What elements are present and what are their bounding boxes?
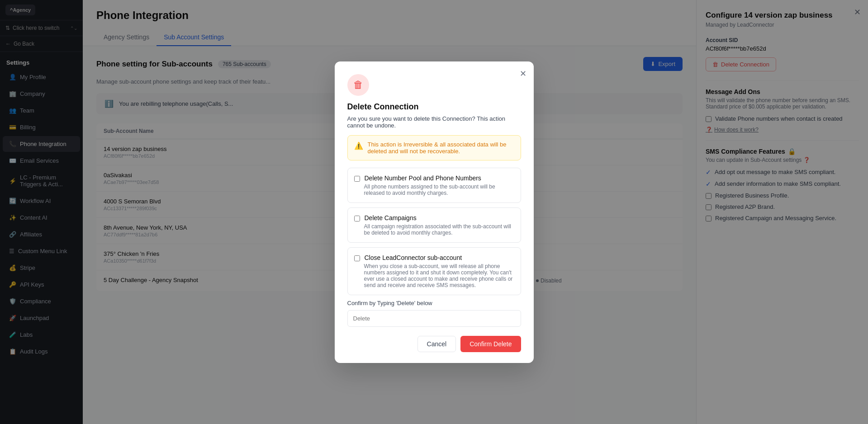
option-header: Delete Number Pool and Phone Numbers xyxy=(354,174,514,182)
modal-overlay[interactable]: ✕ 🗑 Delete Connection Are you sure you w… xyxy=(0,0,868,424)
trash-modal-icon: 🗑 xyxy=(353,79,363,91)
option-desc: When you close a sub-account, we will re… xyxy=(354,263,514,288)
delete-numbers-checkbox[interactable] xyxy=(354,176,360,182)
option-close-subaccount: Close LeadConnector sub-account When you… xyxy=(347,247,521,295)
option-title: Delete Number Pool and Phone Numbers xyxy=(365,174,481,182)
option-delete-campaigns: Delete Campaigns All campaign registrati… xyxy=(347,207,521,243)
option-desc: All campaign registration associated wit… xyxy=(354,223,514,236)
warning-icon: ⚠️ xyxy=(354,141,363,150)
option-header: Close LeadConnector sub-account xyxy=(354,254,514,261)
modal-close-button[interactable]: ✕ xyxy=(520,69,526,79)
confirm-delete-button[interactable]: Confirm Delete xyxy=(460,336,521,352)
delete-connection-modal: ✕ 🗑 Delete Connection Are you sure you w… xyxy=(335,61,534,363)
delete-campaigns-checkbox[interactable] xyxy=(354,216,360,221)
modal-desc: Are you sure you want to delete this Con… xyxy=(347,115,521,129)
cancel-button[interactable]: Cancel xyxy=(417,336,456,352)
option-desc: All phone numbers assigned to the sub-ac… xyxy=(354,184,514,196)
confirm-label: Confirm by Typing 'Delete' below xyxy=(347,300,521,306)
warning-box: ⚠️ This action is Irreversible & all ass… xyxy=(347,135,521,160)
modal-icon-wrapper: 🗑 xyxy=(347,74,369,96)
confirm-delete-input[interactable] xyxy=(347,310,521,327)
close-subaccount-checkbox[interactable] xyxy=(354,255,360,261)
modal-footer: Cancel Confirm Delete xyxy=(347,336,521,352)
modal-title: Delete Connection xyxy=(347,102,521,112)
warning-text: This action is Irreversible & all associ… xyxy=(368,141,514,155)
option-delete-numbers: Delete Number Pool and Phone Numbers All… xyxy=(347,168,521,203)
option-title: Delete Campaigns xyxy=(365,214,417,221)
option-header: Delete Campaigns xyxy=(354,214,514,221)
option-title: Close LeadConnector sub-account xyxy=(365,254,462,261)
